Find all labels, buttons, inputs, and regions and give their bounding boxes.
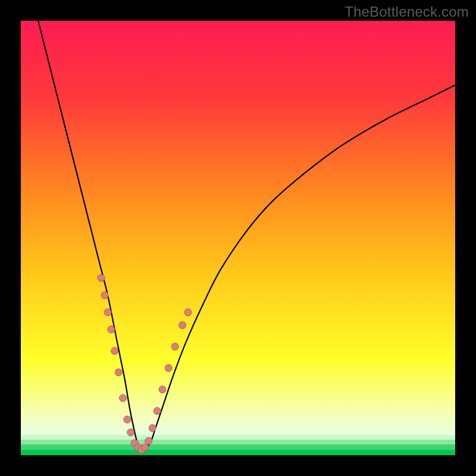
data-point-dot <box>108 326 115 333</box>
data-point-dot <box>179 322 186 329</box>
data-point-dot <box>165 365 172 372</box>
data-point-dot <box>159 386 166 393</box>
data-point-dot <box>124 416 131 423</box>
plot-area <box>21 21 455 455</box>
data-point-dot <box>104 309 111 316</box>
data-point-dot <box>98 274 105 281</box>
data-point-dot <box>142 444 149 451</box>
chart-frame: TheBottleneck.com <box>0 0 476 476</box>
data-point-dot <box>184 309 192 316</box>
data-point-dot <box>154 408 161 415</box>
data-point-dot <box>149 424 156 431</box>
data-point-dot <box>120 394 127 402</box>
watermark-text: TheBottleneck.com <box>345 4 469 20</box>
data-point-dot <box>171 343 178 350</box>
data-point-dot <box>101 292 108 299</box>
bottleneck-curve <box>21 21 455 455</box>
data-point-dot <box>127 429 134 436</box>
data-point-dot <box>145 437 152 444</box>
data-point-dot <box>111 347 118 355</box>
data-point-dot <box>115 369 122 376</box>
